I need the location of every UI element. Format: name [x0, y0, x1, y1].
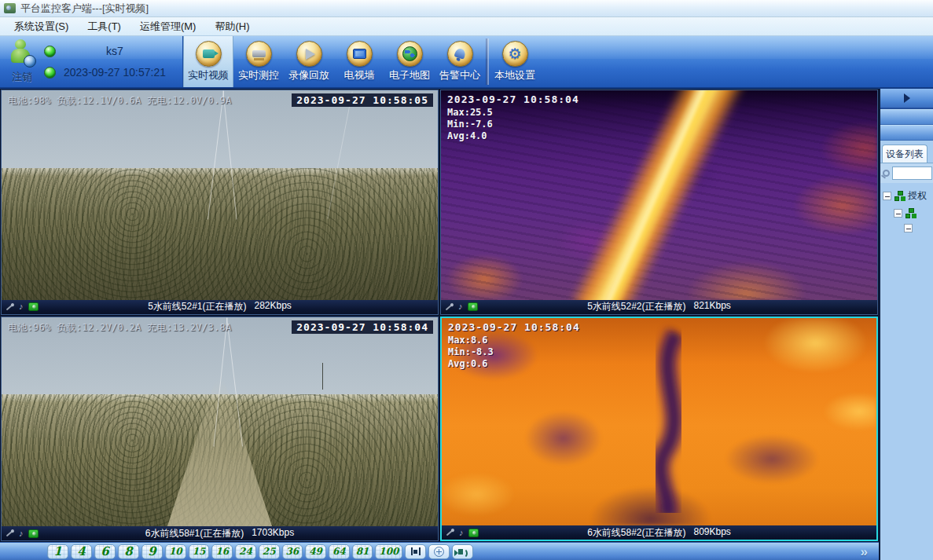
toolbar-button-label: 实时测控: [238, 68, 279, 82]
video-caption-bar: ♪ 5水前线52#2(正在播放) 821Kbps: [441, 300, 877, 314]
bitrate-text: 821Kbps: [694, 300, 731, 313]
tv-wall-icon: [347, 41, 373, 67]
video-feed-2[interactable]: 2023-09-27 10:58:04 Max:25.5 Min:-7.6 Av…: [441, 90, 877, 300]
toolbar-button-label: 实时视频: [188, 68, 229, 82]
layout-button-8[interactable]: 8: [118, 544, 139, 559]
layout-button-24[interactable]: 24: [235, 544, 256, 559]
layout-button-1[interactable]: 1: [47, 544, 68, 559]
toolbar-button-emap[interactable]: 电子地图: [384, 36, 435, 87]
layout-toolbar: 1 4 6 8 9 10 15 16 24 25 36 49 64 81 100…: [0, 542, 879, 560]
camera-record-icon[interactable]: [468, 529, 479, 537]
tree-node-grandchild[interactable]: [883, 224, 933, 232]
fullscreen-button[interactable]: [405, 544, 426, 559]
osd-min: Min:-8.3: [448, 346, 580, 358]
toolbar-button-local-settings[interactable]: ⚙ 本地设置: [490, 36, 540, 87]
layout-button-6[interactable]: 6: [94, 544, 116, 559]
layout-button-9[interactable]: 9: [141, 544, 163, 559]
sidebar-collapse-button[interactable]: [880, 89, 933, 109]
tree-collapse-box[interactable]: [883, 192, 891, 200]
logout-button[interactable]: 注销: [8, 39, 36, 84]
camera-record-icon[interactable]: [28, 302, 39, 311]
speaker-icon: [458, 549, 463, 555]
live-video-icon: [196, 41, 222, 67]
local-settings-icon: ⚙: [502, 41, 528, 67]
layout-button-36[interactable]: 36: [282, 544, 303, 559]
audio-note-icon[interactable]: ♪: [19, 529, 24, 538]
app-icon: [4, 3, 16, 13]
talk-icon[interactable]: [446, 529, 454, 536]
sidebar-toolbar-strip-2[interactable]: [880, 125, 933, 141]
menu-ops-management[interactable]: 运维管理(M): [130, 17, 206, 36]
talk-icon[interactable]: [6, 303, 14, 310]
scene-ground: [2, 168, 438, 300]
device-group-icon: [894, 191, 905, 201]
talk-icon[interactable]: [6, 530, 14, 537]
toolbar-button-tv-wall[interactable]: 电视墙: [334, 36, 384, 87]
layout-button-15[interactable]: 15: [189, 544, 210, 559]
toolbar-button-label: 告警中心: [439, 68, 480, 82]
osd-timestamp: 2023-09-27 10:58:04: [447, 93, 579, 105]
volume-button[interactable]: [452, 544, 473, 559]
sidebar-search-row: [880, 163, 933, 183]
tree-node-child[interactable]: [883, 208, 933, 218]
menu-bar: 系统设置(S) 工具(T) 运维管理(M) 帮助(H): [0, 17, 933, 36]
tree-node-root[interactable]: 授权: [883, 189, 933, 203]
toolbar-button-alarm-center[interactable]: 告警中心: [435, 36, 485, 87]
toolbar-button-playback[interactable]: 录像回放: [284, 36, 334, 87]
scene-pole: [322, 363, 323, 390]
osd-battery-text: 电池:98% 负载:12.1V/0.6A 充电:12.0V/0.9A: [8, 94, 232, 108]
layout-button-64[interactable]: 64: [329, 544, 350, 559]
menu-system-settings[interactable]: 系统设置(S): [5, 17, 78, 36]
device-tree: 授权: [880, 183, 933, 560]
device-sidebar: 设备列表 授权: [879, 89, 933, 560]
video-panel-2[interactable]: 2023-09-27 10:58:04 Max:25.5 Min:-7.6 Av…: [440, 90, 878, 315]
toolbar-button-label: 电子地图: [389, 68, 430, 82]
video-panel-1[interactable]: 电池:98% 负载:12.1V/0.6A 充电:12.0V/0.9A 2023-…: [1, 90, 439, 315]
audio-note-icon[interactable]: ♪: [458, 302, 463, 311]
layout-button-4[interactable]: 4: [71, 544, 92, 559]
layout-button-81[interactable]: 81: [352, 544, 373, 559]
talk-icon[interactable]: [446, 303, 454, 310]
add-view-button[interactable]: [428, 544, 450, 559]
osd-avg: Avg:0.6: [448, 358, 580, 370]
plus-icon: [434, 547, 444, 557]
layout-button-16[interactable]: 16: [211, 544, 233, 559]
status-leds: [44, 46, 56, 79]
camera-record-icon[interactable]: [28, 529, 39, 538]
telemetry-icon: [246, 41, 272, 67]
video-feed-4[interactable]: 2023-09-27 10:58:04 Max:8.6 Min:-8.3 Avg…: [442, 318, 876, 526]
camera-record-icon[interactable]: [468, 302, 478, 311]
window-title: 平台监控客户端---[实时视频]: [20, 2, 149, 16]
osd-min: Min:-7.6: [447, 119, 579, 130]
channel-title: 5水前线52#1(正在播放): [148, 300, 246, 313]
video-panel-3[interactable]: 电池:96% 负载:12.2V/0.2A 充电:13.2V/3.8A 2023-…: [1, 317, 439, 542]
toolbar-button-live-video[interactable]: 实时视频: [183, 36, 233, 87]
login-time-text: 2023-09-27 10:57:21: [64, 66, 166, 79]
osd-timestamp: 2023-09-27 10:58:05: [292, 93, 433, 107]
toolbar-button-label: 录像回放: [288, 68, 329, 82]
video-caption-bar: ♪ 6水前线58#1(正在播放) 1703Kbps: [2, 526, 438, 540]
tree-collapse-box[interactable]: [904, 224, 913, 232]
audio-note-icon[interactable]: ♪: [459, 529, 464, 537]
layout-button-49[interactable]: 49: [305, 544, 326, 559]
menu-tools[interactable]: 工具(T): [78, 17, 130, 36]
menu-help[interactable]: 帮助(H): [205, 17, 259, 36]
video-panel-4[interactable]: 2023-09-27 10:58:04 Max:8.6 Min:-8.3 Avg…: [440, 317, 878, 542]
tab-device-list[interactable]: 设备列表: [882, 145, 927, 163]
more-tools-chevron[interactable]: »: [861, 545, 868, 558]
layout-button-100[interactable]: 100: [375, 544, 402, 559]
tree-node-label: 授权: [908, 189, 927, 203]
device-search-input[interactable]: [892, 167, 932, 180]
layout-button-25[interactable]: 25: [259, 544, 280, 559]
fullscreen-icon: [411, 547, 421, 555]
toolbar-button-live-telemetry[interactable]: 实时测控: [233, 36, 284, 87]
video-feed-1[interactable]: 电池:98% 负载:12.1V/0.6A 充电:12.0V/0.9A 2023-…: [2, 90, 438, 300]
audio-note-icon[interactable]: ♪: [19, 302, 24, 311]
bitrate-text: 1703Kbps: [252, 527, 294, 540]
tree-collapse-box[interactable]: [894, 209, 902, 218]
layout-button-10[interactable]: 10: [165, 544, 186, 559]
sidebar-toolbar-strip-1[interactable]: [880, 109, 933, 125]
video-feed-3[interactable]: 电池:96% 负载:12.2V/0.2A 充电:13.2V/3.8A 2023-…: [2, 317, 438, 527]
status-led-green-2: [44, 67, 56, 79]
user-section: 注销 ks7 2023-09-27 10:57:21: [0, 36, 183, 87]
